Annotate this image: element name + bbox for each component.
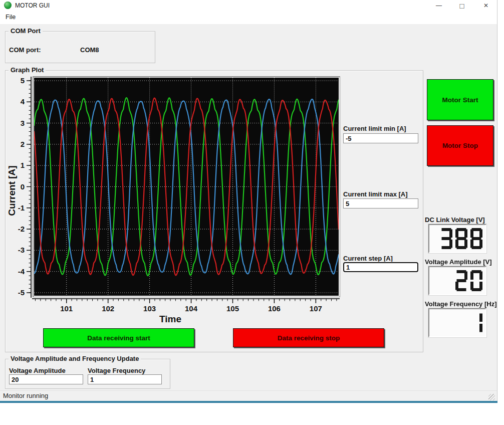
current-limit-min-label: Current limit min [A]	[343, 125, 406, 132]
svg-text:1: 1	[21, 161, 25, 169]
svg-text:0: 0	[21, 182, 25, 191]
svg-text:106: 106	[268, 304, 281, 313]
window-bottom-border	[0, 401, 497, 403]
svg-text:3: 3	[21, 119, 25, 127]
motor-start-button[interactable]: Motor Start	[427, 79, 493, 120]
title-bar: MOTOR GUI — □ ✕	[0, 0, 497, 11]
minimize-button[interactable]: —	[429, 0, 449, 11]
data-receiving-start-button[interactable]: Data receiving start	[43, 328, 194, 347]
svg-text:-2: -2	[18, 225, 25, 233]
data-receiving-stop-button[interactable]: Data receiving stop	[233, 328, 384, 347]
svg-text:-1: -1	[18, 203, 25, 212]
caption-row: www.cntronics.com Figure 2. Graphical us…	[0, 408, 504, 423]
current-limit-max-input[interactable]	[343, 198, 418, 208]
svg-text:Current [A]: Current [A]	[7, 165, 17, 216]
dc-link-voltage-display	[428, 224, 486, 253]
svg-text:-3: -3	[18, 246, 25, 254]
voltage-amplitude-display-label: Voltage Amplitude [V]	[425, 258, 492, 266]
resize-grip[interactable]	[488, 394, 495, 400]
current-step-label: Current step [A]	[343, 255, 393, 262]
dc-link-voltage-label: DC Link Voltage [V]	[425, 216, 485, 224]
svg-text:5: 5	[21, 76, 25, 85]
voltage-frequency-input[interactable]	[88, 374, 162, 384]
svg-text:4: 4	[21, 97, 25, 106]
app-window: MOTOR GUI — □ ✕ File COM Port COM port: …	[0, 0, 497, 401]
menu-item-file[interactable]: File	[1, 12, 20, 22]
menu-bar	[0, 11, 497, 24]
svg-text:105: 105	[226, 304, 239, 313]
com-port-value: COM8	[80, 46, 99, 54]
com-port-label: COM port:	[9, 46, 41, 54]
svg-text:Time: Time	[159, 314, 181, 323]
page: MOTOR GUI — □ ✕ File COM Port COM port: …	[0, 0, 504, 425]
app-icon	[4, 2, 12, 9]
current-step-input[interactable]	[343, 262, 418, 272]
voltage-update-group-label: Voltage Amplitude and Frequency Update	[9, 355, 141, 362]
current-waveform-chart: 101102103104105106107543210-1-2-3-4-5Tim…	[5, 73, 344, 323]
svg-text:102: 102	[102, 304, 114, 313]
current-limit-max-label: Current limit max [A]	[343, 190, 408, 198]
svg-text:-4: -4	[18, 267, 25, 276]
motor-stop-button[interactable]: Motor Stop	[427, 125, 493, 166]
svg-text:104: 104	[185, 304, 198, 313]
svg-text:103: 103	[143, 304, 156, 313]
voltage-frequency-display	[428, 308, 486, 337]
voltage-amplitude-input-label: Voltage Amplitude	[9, 367, 66, 374]
maximize-button[interactable]: □	[452, 0, 472, 11]
svg-text:-5: -5	[18, 288, 25, 297]
voltage-amplitude-display	[428, 266, 486, 295]
voltage-frequency-display-label: Voltage Frequency [Hz]	[425, 300, 497, 308]
voltage-amplitude-input[interactable]	[9, 374, 83, 384]
voltage-frequency-input-label: Voltage Frequency	[88, 367, 145, 374]
svg-text:107: 107	[310, 304, 322, 313]
svg-text:101: 101	[60, 304, 73, 313]
svg-text:2: 2	[21, 140, 25, 148]
com-port-group-label: COM Port	[9, 27, 43, 35]
status-bar	[0, 390, 497, 401]
window-title: MOTOR GUI	[15, 2, 50, 9]
status-text: Monitor running	[3, 392, 48, 399]
current-limit-min-input[interactable]	[343, 133, 418, 143]
close-button[interactable]: ✕	[476, 0, 496, 11]
